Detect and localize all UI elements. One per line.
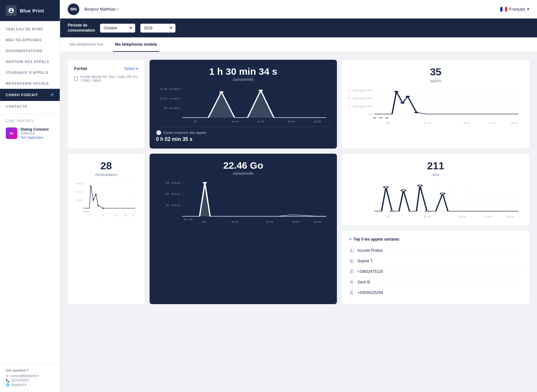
sidebar-item-label: DOCUMENTATIONS [6,49,43,53]
sidebar-item-telephones[interactable]: MES TÉLÉPHONES [0,35,60,45]
sidebar-item-label: GESTION DES APPELS [6,60,49,64]
globe-icon: 🌐 [6,383,10,387]
svg-text:6 dest.: 6 dest. [75,182,83,185]
svg-text:10: 10 [423,215,431,218]
svg-text:20: 20 [292,220,300,223]
svg-text:20: 20 [488,121,496,124]
main-content: MN Bonjour Matthias ▾ Français ▾ Période… [60,0,537,392]
calls-time-sub: consommés [156,77,331,82]
svg-text:25: 25 [132,214,135,217]
svg-text:10: 10 [231,220,238,223]
svg-point-81 [440,193,445,195]
svg-text:25: 25 [314,120,321,123]
header-greeting: Bonjour Matthias ▾ [84,7,119,12]
svg-text:10: 10 [102,214,105,217]
year-select[interactable]: 2019 2020 2021 [140,24,175,33]
tab-fixe[interactable]: Ma téléphonie fixe [68,37,105,52]
card-calls-time: 1 h 30 min 34 s consommés 15 min 10 m [150,60,337,149]
sidebar-footer-website: blueprint.fr [12,383,27,387]
top5-rank-3: 3 [348,268,355,275]
svg-point-80 [418,185,422,187]
sidebar-footer-website-row: 🌐 blueprint.fr [6,383,54,387]
svg-text:×: × [378,116,383,119]
svg-text:×: × [87,210,89,213]
language-selector[interactable]: Français ▾ [500,7,529,12]
sidebar-item-tableau[interactable]: TABLEAU DE BORD [0,24,60,35]
top-bar: Période de consommation Octobre JanvierF… [60,19,537,37]
svg-text:×: × [183,218,188,221]
svg-text:×: × [83,210,84,213]
card-data: 22.46 Go consommés 9 Go 6 Go 3 Go [150,154,337,304]
svg-text:4 dest.: 4 dest. [75,191,83,193]
svg-point-10 [219,91,224,93]
svg-point-49 [102,208,104,209]
calls-count-sub: appels [348,79,523,83]
email-icon: ✉ [6,374,8,378]
sidebar-item-label: JOURNAUX D'APPELS [6,71,48,74]
top5-name-5: +33556225294 [357,290,383,295]
svg-text:6 Go: 6 Go [165,193,180,196]
top5-title: ↗ Top 5 les appels sortants [348,237,523,242]
tab-mobile[interactable]: Ma téléphonie mobile [113,37,159,52]
dialog-connect-title: Dialog Connect [20,127,49,132]
svg-text:15: 15 [114,214,117,217]
svg-text:0: 0 [82,207,83,210]
sidebar-item-journaux[interactable]: JOURNAUX D'APPELS [0,67,60,78]
sidebar-item-documentations[interactable]: DOCUMENTATIONS [0,45,60,56]
sms-value: 211 [348,160,523,172]
svg-text:20: 20 [124,214,127,217]
top5-icon: ↗ [348,237,352,242]
dest-value: 28 [74,160,138,172]
sidebar: Blue Print TABLEAU DE BORD MES TÉLÉPHONE… [0,0,60,392]
sidebar-item-contacts[interactable]: CONTACTS [0,101,60,112]
right-column: 211 sms [342,154,529,304]
svg-text:25: 25 [510,121,518,124]
svg-text:15 min: 15 min [160,88,181,90]
logo-text: Blue Print [20,8,44,13]
svg-text:×: × [385,116,389,119]
top5-item-1: 1 Accueil Probox [348,245,523,256]
lang-label: Français [509,7,525,12]
svg-text:25: 25 [314,220,321,223]
svg-point-25 [394,91,399,93]
top5-name-4: Sami B. [357,280,371,284]
data-sub: consommés [156,171,331,176]
svg-text:10 min: 10 min [160,97,181,100]
dest-chart: 6 dest. 4 dest. 2 dest. 0 [74,181,138,219]
svg-point-48 [97,205,99,206]
svg-text:3 Go: 3 Go [165,204,180,207]
svg-point-66 [203,182,207,184]
svg-text:5: 5 [386,121,390,124]
chevron-down-icon[interactable]: ▾ [117,7,119,11]
avg-calls-row: 🕐 Durée moyenne des appels 0 h 02 min 35… [156,127,331,142]
tabs: Ma téléphonie fixe Ma téléphonie mobile [60,37,537,52]
period-label: Période de consommation [68,23,95,33]
svg-text:×: × [372,116,377,119]
calls-time-value: 1 h 30 min 34 s [156,66,331,77]
sidebar-item-gestion[interactable]: GESTION DES APPELS [0,56,60,67]
svg-text:15: 15 [266,220,273,223]
top5-item-4: 4 Sami B. [348,277,523,288]
forfait-select[interactable]: Select ▾ [124,66,138,71]
svg-text:5: 5 [193,120,197,123]
avatar: MN [68,4,79,15]
card-forfait: Forfait Select ▾ Forfait Illimité 4G Voi… [68,60,144,149]
conso-icon: ↗ [50,92,54,97]
dialog-connect-link[interactable]: Voir l'application [20,136,49,139]
avg-calls-label: Durée moyenne des appels [163,131,206,135]
sidebar-item-conso[interactable]: CONSO FORFAIT ↗ [0,89,60,101]
calls-count-value: 35 [348,66,523,78]
top5-item-5: 5 +33556225294 [348,288,523,298]
top5-item-2: 2 Sophie T. [348,256,523,266]
svg-text:25: 25 [506,215,514,218]
sidebar-item-label: MES TÉLÉPHONES [6,38,42,42]
month-select[interactable]: Octobre JanvierFévrierMars AvrilMaiJuin … [100,24,135,33]
sidebar-item-label: TABLEAU DE BORD [6,27,43,31]
clock-icon: 🕐 [156,130,161,135]
forfait-device-label: Forfait Illimité 4G Voix / Data 100 Go /… [81,75,138,82]
sidebar-item-messagerie[interactable]: MESSAGERIE VOCALE [0,78,60,89]
phone-icon: 📞 [6,379,10,382]
svg-text:0: 0 [369,113,373,116]
sms-chart: 5 10 15 20 25 [348,181,523,219]
content-area: Forfait Select ▾ Forfait Illimité 4G Voi… [60,52,537,392]
